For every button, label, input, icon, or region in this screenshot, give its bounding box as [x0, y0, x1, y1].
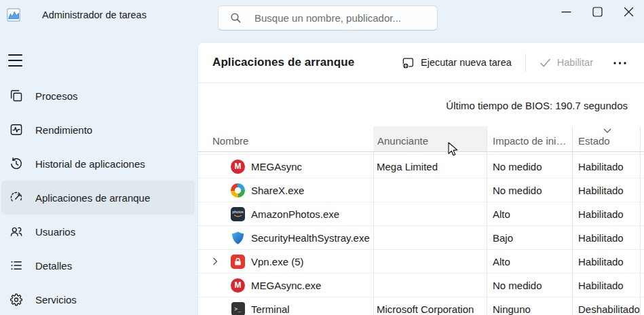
amazon-photos-icon: photos: [231, 207, 245, 221]
window-title: Administrador de tareas: [42, 0, 147, 30]
run-new-task-label: Ejecutar nueva tarea: [421, 57, 512, 68]
vpn-icon: [231, 255, 245, 269]
table-row[interactable]: MMEGAsyncMega LimitedNo medidoHabilitado: [198, 154, 644, 178]
app-history-icon: [10, 157, 23, 170]
task-manager-window: Administrador de tareas ProcesosRendimie…: [0, 0, 644, 315]
sidebar-item-label: Procesos: [35, 90, 78, 102]
minimize-button[interactable]: [550, 0, 582, 23]
sidebar-item-usuarios[interactable]: Usuarios: [1, 215, 195, 248]
cell-status: Habilitado: [572, 185, 640, 196]
column-header-estado[interactable]: Estado: [572, 126, 640, 151]
table-row[interactable]: Vpn.exe (5)AltoHabilitado: [198, 249, 644, 273]
sidebar-item-label: Servicios: [35, 294, 77, 305]
startup-apps-icon: [10, 191, 23, 204]
cell-startup-impact: No medido: [487, 185, 572, 196]
enable-button[interactable]: Habilitar: [533, 52, 600, 73]
run-new-task-button[interactable]: Ejecutar nueva tarea: [395, 52, 518, 74]
sidebar-item-rendimiento[interactable]: Rendimiento: [1, 113, 195, 147]
close-button[interactable]: [613, 0, 644, 23]
cell-name: >_Terminal: [198, 302, 373, 315]
details-icon: [10, 259, 23, 272]
cell-startup-impact: Alto: [487, 256, 572, 267]
megasync-icon: M: [231, 278, 245, 293]
column-header-anunciante[interactable]: Anunciante: [373, 126, 487, 151]
table-row[interactable]: SecurityHealthSystray.exeBajoHabilitado: [198, 225, 644, 249]
check-icon: [539, 58, 551, 68]
cell-startup-impact: Ninguno: [487, 303, 572, 315]
bios-label: Último tiempo de BIOS:: [446, 100, 552, 111]
column-header-label: Estado: [578, 135, 610, 147]
ellipsis-icon: [613, 61, 626, 64]
app-name: ShareX.exe: [251, 185, 304, 196]
sharex-icon: [231, 183, 245, 198]
toolbar: Ejecutar nueva tarea Habilitar: [395, 52, 633, 74]
sidebar-item-label: Aplicaciones de arranque: [35, 192, 150, 204]
cell-publisher: Microsoft Corporation: [373, 303, 487, 315]
cell-status: Habilitado: [572, 280, 640, 291]
cell-status: Habilitado: [572, 208, 640, 220]
enable-label: Habilitar: [557, 57, 593, 68]
column-header-nombre[interactable]: Nombre: [198, 126, 373, 151]
performance-icon: [10, 123, 23, 136]
sidebar-item-detalles[interactable]: Detalles: [1, 248, 195, 282]
processes-icon: [10, 89, 23, 103]
column-header-impacto-de-ini[interactable]: Impacto de ini…: [487, 126, 572, 151]
search-icon: [230, 12, 242, 24]
cell-startup-impact: No medido: [487, 161, 572, 172]
sidebar-item-label: Rendimiento: [35, 124, 92, 136]
app-name: MEGAsync: [251, 161, 302, 172]
search-box[interactable]: [218, 5, 438, 31]
sidebar-nav: ProcesosRendimientoHistorial de aplicaci…: [0, 79, 197, 315]
navigation-menu-button[interactable]: [8, 54, 22, 67]
table-row[interactable]: photosAmazonPhotos.exeAltoHabilitado: [198, 202, 644, 225]
more-options-button[interactable]: [607, 56, 633, 69]
cell-status: Habilitado: [572, 232, 640, 244]
window-controls: [550, 0, 644, 23]
sidebar-item-historial-de-aplicaciones[interactable]: Historial de aplicaciones: [1, 147, 195, 181]
cell-name: Vpn.exe (5): [198, 255, 373, 269]
terminal-icon: >_: [231, 302, 245, 315]
sidebar-item-servicios[interactable]: Servicios: [1, 282, 195, 315]
cell-name: SecurityHealthSystray.exe: [198, 231, 373, 245]
sidebar-item-aplicaciones-de-arranque[interactable]: Aplicaciones de arranque: [1, 181, 195, 215]
app-name: AmazonPhotos.exe: [251, 208, 339, 220]
search-input[interactable]: [253, 12, 430, 24]
new-task-icon: [402, 56, 415, 69]
services-icon: [10, 293, 23, 306]
cell-startup-impact: No medido: [487, 280, 572, 291]
table-row[interactable]: ShareX.exeNo medidoHabilitado: [198, 178, 644, 202]
sort-indicator-icon: [603, 128, 611, 134]
cell-startup-impact: Alto: [487, 208, 572, 220]
users-icon: [10, 225, 23, 238]
app-name: Terminal: [251, 303, 290, 315]
security-shield-icon: [231, 231, 245, 245]
page-header: Aplicaciones de arranque Ejecutar nueva …: [198, 43, 644, 84]
sidebar-item-label: Usuarios: [35, 226, 75, 238]
page-title: Aplicaciones de arranque: [212, 56, 354, 69]
bios-value: 190.7 segundos: [555, 100, 628, 111]
toolbar-divider: [525, 54, 526, 72]
megasync-icon: M: [231, 160, 245, 174]
expand-chevron-icon[interactable]: [208, 257, 231, 265]
cell-name: MMEGAsync: [198, 160, 373, 174]
sidebar-item-label: Historial de aplicaciones: [35, 158, 145, 170]
cell-status: Habilitado: [572, 161, 640, 172]
table-row[interactable]: >_TerminalMicrosoft CorporationNingunoDe…: [198, 297, 644, 315]
cell-startup-impact: Bajo: [487, 232, 572, 244]
sidebar-item-procesos[interactable]: Procesos: [1, 79, 195, 113]
cell-status: Habilitado: [572, 256, 640, 267]
column-header-label: Impacto de ini…: [493, 135, 566, 147]
sidebar-item-label: Detalles: [35, 260, 72, 272]
task-manager-app-icon: [7, 8, 20, 22]
cell-publisher: Mega Limited: [373, 161, 487, 172]
main-panel: Aplicaciones de arranque Ejecutar nueva …: [197, 42, 644, 315]
app-name: MEGAsync.exe: [251, 280, 321, 291]
table-row[interactable]: MMEGAsync.exeNo medidoHabilitado: [198, 273, 644, 297]
cell-status: Deshabilitado: [572, 303, 640, 315]
table-header-row: NombreAnuncianteImpacto de ini…Estado: [198, 126, 644, 152]
column-header-label: Nombre: [212, 135, 248, 147]
startup-apps-table: NombreAnuncianteImpacto de ini…Estado MM…: [198, 126, 644, 315]
cell-name: ShareX.exe: [198, 183, 373, 198]
cell-name: photosAmazonPhotos.exe: [198, 207, 373, 221]
maximize-button[interactable]: [582, 0, 613, 23]
